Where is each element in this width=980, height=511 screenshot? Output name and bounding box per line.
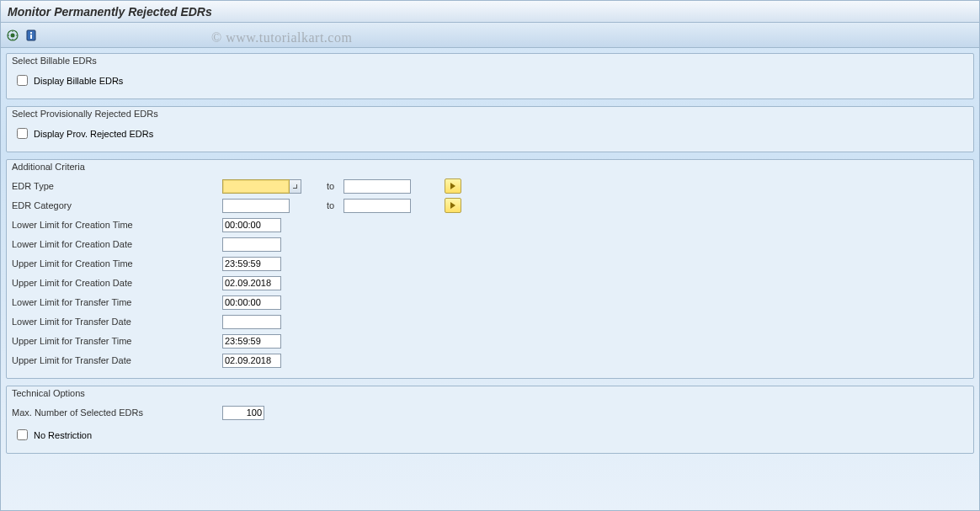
label-upper-transfer-time: Upper Limit for Transfer Time bbox=[12, 336, 222, 346]
range-btn-edr-type[interactable] bbox=[445, 178, 461, 194]
info-icon[interactable] bbox=[24, 29, 38, 42]
group-technical-options: Technical Options Max. Number of Selecte… bbox=[6, 386, 974, 454]
f4-edr-type[interactable] bbox=[290, 179, 301, 194]
label-lower-transfer-date: Lower Limit for Transfer Date bbox=[12, 317, 222, 327]
checkbox-no-restriction[interactable] bbox=[17, 429, 28, 440]
checkbox-label-no-restriction: No Restriction bbox=[34, 430, 92, 440]
group-additional-criteria: Additional Criteria EDR Type to EDR Cate… bbox=[6, 159, 974, 379]
app-window: Monitor Permanently Rejected EDRs © www.… bbox=[0, 0, 980, 511]
label-to-2: to bbox=[301, 200, 344, 210]
label-upper-creation-date: Upper Limit for Creation Date bbox=[12, 278, 222, 288]
input-lower-creation-time[interactable] bbox=[222, 218, 281, 232]
input-edr-type-from[interactable] bbox=[222, 179, 290, 194]
titlebar: Monitor Permanently Rejected EDRs bbox=[1, 1, 979, 23]
input-max-edrs[interactable] bbox=[222, 406, 264, 420]
group-title-provisional: Select Provisionally Rejected EDRs bbox=[7, 107, 973, 119]
checkbox-label-billable: Display Billable EDRs bbox=[34, 76, 123, 86]
input-upper-transfer-date[interactable] bbox=[222, 354, 281, 368]
input-lower-creation-date[interactable] bbox=[222, 237, 281, 252]
label-to-1: to bbox=[301, 181, 344, 191]
content-area: Select Billable EDRs Display Billable ED… bbox=[1, 48, 979, 466]
group-title-technical: Technical Options bbox=[7, 386, 973, 398]
svg-point-1 bbox=[11, 33, 15, 37]
input-upper-creation-date[interactable] bbox=[222, 276, 281, 290]
checkbox-display-billable[interactable] bbox=[17, 75, 28, 86]
label-max-edrs: Max. Number of Selected EDRs bbox=[12, 407, 222, 418]
label-upper-creation-time: Upper Limit for Creation Time bbox=[12, 258, 222, 269]
input-upper-transfer-time[interactable] bbox=[222, 334, 281, 349]
label-upper-transfer-date: Upper Limit for Transfer Date bbox=[12, 355, 222, 365]
svg-rect-8 bbox=[30, 35, 32, 39]
input-upper-creation-time[interactable] bbox=[222, 257, 281, 271]
svg-rect-7 bbox=[30, 32, 32, 34]
checkbox-label-provisional: Display Prov. Rejected EDRs bbox=[34, 129, 153, 139]
page-title: Monitor Permanently Rejected EDRs bbox=[8, 5, 212, 19]
label-lower-transfer-time: Lower Limit for Transfer Time bbox=[12, 297, 222, 307]
checkbox-display-provisional[interactable] bbox=[17, 128, 28, 139]
input-edr-type-to[interactable] bbox=[344, 179, 411, 194]
label-lower-creation-date: Lower Limit for Creation Date bbox=[12, 239, 222, 249]
group-provisional-edrs: Select Provisionally Rejected EDRs Displ… bbox=[6, 106, 974, 152]
group-title-criteria: Additional Criteria bbox=[7, 160, 973, 172]
label-lower-creation-time: Lower Limit for Creation Time bbox=[12, 220, 222, 230]
input-lower-transfer-time[interactable] bbox=[222, 295, 281, 310]
toolbar bbox=[1, 23, 979, 48]
label-edr-type: EDR Type bbox=[12, 181, 222, 191]
execute-icon[interactable] bbox=[6, 29, 19, 42]
group-billable-edrs: Select Billable EDRs Display Billable ED… bbox=[6, 53, 974, 99]
group-title-billable: Select Billable EDRs bbox=[7, 54, 973, 66]
label-edr-category: EDR Category bbox=[12, 200, 222, 210]
range-btn-edr-category[interactable] bbox=[445, 198, 461, 213]
input-lower-transfer-date[interactable] bbox=[222, 315, 281, 329]
input-edr-category-from[interactable] bbox=[222, 199, 290, 213]
input-edr-category-to[interactable] bbox=[344, 199, 411, 213]
